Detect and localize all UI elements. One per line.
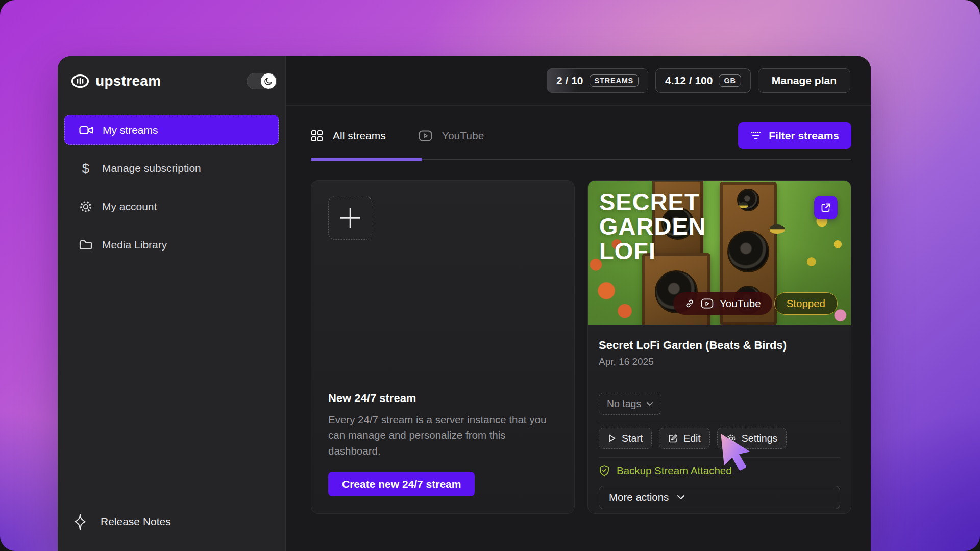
top-bar: 2 / 10 STREAMS 4.12 / 100 GB Manage plan xyxy=(286,56,871,106)
settings-button[interactable]: Settings xyxy=(717,428,787,449)
sidebar-nav: My streams $ Manage subscription My acco… xyxy=(58,106,285,260)
bird xyxy=(739,202,748,208)
toggle-knob xyxy=(261,73,276,89)
plus-icon xyxy=(329,196,372,239)
folder-icon xyxy=(79,239,93,251)
bird xyxy=(770,224,785,234)
tags-label: No tags xyxy=(607,398,641,410)
edit-icon xyxy=(668,434,678,443)
tabs-underline xyxy=(311,158,851,161)
start-button[interactable]: Start xyxy=(599,428,652,449)
streams-usage-value: 2 / 10 xyxy=(556,74,583,87)
grid-icon xyxy=(311,130,323,142)
sidebar: upstream xyxy=(58,56,286,551)
chevron-down-icon xyxy=(677,495,685,500)
storage-unit-chip: GB xyxy=(719,74,741,87)
new-stream-card: New 24/7 stream Every 24/7 stream is a s… xyxy=(311,180,575,514)
sidebar-item-release-notes[interactable]: Release Notes xyxy=(58,513,285,551)
streams-unit-chip: STREAMS xyxy=(590,74,639,87)
filter-streams-label: Filter streams xyxy=(769,130,839,142)
sidebar-item-media-library[interactable]: Media Library xyxy=(64,230,279,260)
open-stream-button[interactable] xyxy=(814,196,838,219)
brand-name: upstream xyxy=(95,73,161,89)
divider xyxy=(599,423,840,423)
release-notes-label: Release Notes xyxy=(101,516,171,528)
sidebar-item-label: Manage subscription xyxy=(102,162,201,174)
stream-cards-grid: New 24/7 stream Every 24/7 stream is a s… xyxy=(311,180,851,514)
stream-date: Apr, 16 2025 xyxy=(599,356,840,367)
play-icon xyxy=(608,434,616,443)
thumbnail-title: SECRET GARDEN LOFI xyxy=(599,190,706,263)
upstream-logo-icon xyxy=(71,74,89,88)
backup-stream-label: Backup Stream Attached xyxy=(617,465,732,477)
tab-label: YouTube xyxy=(442,130,484,142)
external-link-icon xyxy=(820,202,831,213)
storage-usage-value: 4.12 / 100 xyxy=(665,74,713,87)
brand-logo: upstream xyxy=(71,73,161,89)
sidebar-item-label: My account xyxy=(102,201,157,213)
youtube-icon xyxy=(419,130,432,141)
sidebar-item-label: Media Library xyxy=(102,239,167,251)
chevron-down-icon xyxy=(646,402,653,406)
moon-icon xyxy=(264,77,273,86)
sidebar-item-my-streams[interactable]: My streams xyxy=(64,115,279,145)
new-stream-description: Every 24/7 stream is a server instance t… xyxy=(328,412,553,459)
more-actions-button[interactable]: More actions xyxy=(599,486,840,509)
sparkle-icon xyxy=(72,513,88,531)
filter-icon xyxy=(750,131,762,140)
new-stream-title: New 24/7 stream xyxy=(328,392,557,405)
dollar-icon: $ xyxy=(79,162,93,175)
create-stream-button[interactable]: Create new 24/7 stream xyxy=(328,472,475,496)
dark-mode-toggle[interactable] xyxy=(247,73,277,89)
tags-dropdown[interactable]: No tags xyxy=(599,393,662,415)
backup-stream-status: Backup Stream Attached xyxy=(599,465,840,477)
storage-usage-badge: 4.12 / 100 GB xyxy=(655,68,751,93)
gear-icon xyxy=(79,200,93,213)
edit-button[interactable]: Edit xyxy=(659,428,710,449)
stream-actions: Start Edit xyxy=(599,428,840,449)
tab-label: All streams xyxy=(333,130,386,142)
stream-title: Secret LoFi Garden (Beats & Birds) xyxy=(599,339,840,352)
tabs-bar: All streams YouTube xyxy=(311,120,851,152)
content-area: All streams YouTube xyxy=(286,106,871,551)
tab-all-streams[interactable]: All streams xyxy=(311,130,386,142)
sidebar-item-manage-subscription[interactable]: $ Manage subscription xyxy=(64,153,279,183)
stream-card: SECRET GARDEN LOFI xyxy=(587,180,851,514)
main-area: 2 / 10 STREAMS 4.12 / 100 GB Manage plan xyxy=(286,56,871,551)
desktop-background: upstream xyxy=(0,0,980,551)
add-stream-button[interactable] xyxy=(328,196,372,240)
divider xyxy=(599,457,840,458)
stream-thumbnail: SECRET GARDEN LOFI xyxy=(588,181,851,325)
platform-badge: YouTube xyxy=(673,292,772,315)
link-icon xyxy=(684,298,695,309)
sidebar-item-label: My streams xyxy=(103,124,158,136)
filter-streams-button[interactable]: Filter streams xyxy=(738,122,851,149)
status-badge: Stopped xyxy=(774,292,838,315)
tab-youtube[interactable]: YouTube xyxy=(419,130,484,142)
app-window: upstream xyxy=(58,56,871,551)
youtube-icon xyxy=(701,298,714,309)
platform-label: YouTube xyxy=(720,297,761,310)
gear-icon xyxy=(726,434,736,443)
video-camera-icon xyxy=(79,124,93,136)
shield-check-icon xyxy=(599,465,610,477)
streams-usage-badge: 2 / 10 STREAMS xyxy=(547,68,648,93)
tabs-underline-active xyxy=(311,158,422,161)
manage-plan-button[interactable]: Manage plan xyxy=(758,68,850,93)
sidebar-item-my-account[interactable]: My account xyxy=(64,191,279,221)
